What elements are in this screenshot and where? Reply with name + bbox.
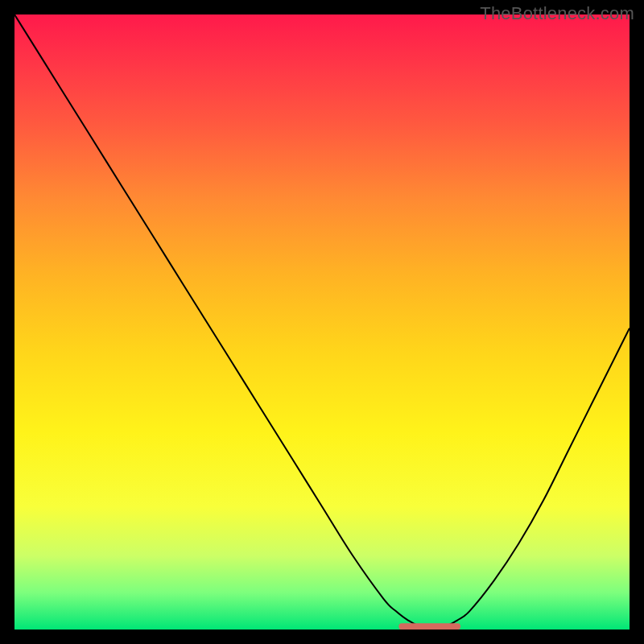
bottleneck-curve: [14, 14, 630, 627]
chart-frame: TheBottleneck.com: [0, 0, 644, 644]
watermark-text: TheBottleneck.com: [480, 3, 634, 24]
chart-svg: [14, 14, 630, 630]
chart-plot-area: [14, 14, 630, 630]
